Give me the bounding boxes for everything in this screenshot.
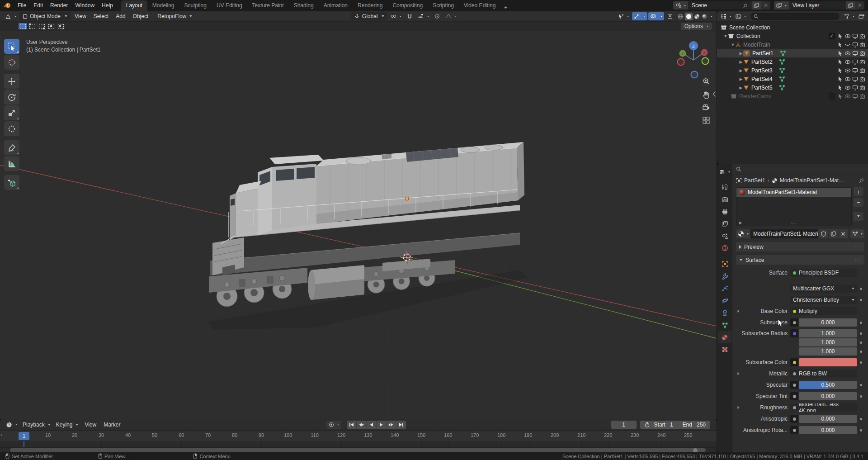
snap-target-dropdown[interactable] (415, 12, 431, 20)
menu-edit[interactable]: Edit (30, 0, 47, 11)
select-mode-set-button[interactable] (19, 23, 27, 29)
material-slot-list[interactable]: ModelTrainPartSet1-Material ▶ :::: (736, 187, 852, 226)
base-color-expand-icon[interactable] (736, 309, 741, 313)
select-mode-invert-button[interactable] (47, 23, 56, 29)
pan-hand-icon[interactable] (702, 90, 711, 100)
proportional-falloff-dropdown[interactable] (443, 12, 459, 20)
subsurface-socket[interactable] (790, 318, 798, 327)
outliner-row-collection[interactable]: ▼ Collection ✓ (717, 32, 868, 40)
partset5-selectable-icon[interactable] (837, 85, 843, 90)
menu-render[interactable]: Render (47, 0, 71, 11)
props-tab-scene[interactable] (718, 230, 731, 242)
scene-browse-button[interactable] (673, 1, 688, 9)
outliner-search-input[interactable] (750, 13, 840, 20)
modeltrain-expand-icon[interactable]: ▼ (731, 43, 735, 47)
material-slot-item[interactable]: ModelTrainPartSet1-Material (736, 188, 851, 197)
tab-animation[interactable]: Animation (319, 0, 353, 11)
collection-expand-icon[interactable]: ▼ (723, 34, 728, 38)
partset2-selectable-icon[interactable] (837, 59, 843, 65)
props-tab-render[interactable] (718, 193, 731, 205)
tab-shading[interactable]: Shading (289, 0, 319, 11)
anisotropic-slider[interactable]: 0.000 (799, 415, 857, 423)
base-color-link-field[interactable]: Multiply (790, 307, 857, 315)
anisotropic-rotation-socket[interactable] (790, 426, 798, 434)
transform-orientation-dropdown[interactable]: Global (351, 12, 388, 20)
proportional-editing-button[interactable] (432, 12, 442, 20)
menu-file[interactable]: File (14, 0, 30, 11)
partset3-expand-icon[interactable]: ▶ (739, 68, 743, 73)
select-mode-intersect-button[interactable] (57, 23, 65, 29)
modeltrain-hide-icon[interactable] (844, 42, 851, 47)
tool-rotate[interactable] (4, 90, 19, 104)
next-keyframe-button[interactable] (387, 421, 396, 429)
material-specials-menu[interactable] (854, 212, 863, 221)
sidebar-collapse-chevron[interactable] (712, 91, 716, 97)
navigation-gizmo[interactable]: Z Y X (675, 41, 712, 79)
subsurface-method-dropdown[interactable]: Christensen-Burley (790, 296, 857, 304)
collection-checkbox[interactable]: ✓ (829, 33, 835, 39)
radius-y-slider[interactable]: 1.000 (799, 338, 857, 346)
partset1-viewport-icon[interactable] (852, 51, 858, 56)
timeline-scrollbar-knob[interactable] (693, 448, 698, 452)
tab-video-editing[interactable]: Video Editing (459, 0, 501, 11)
slot-list-grip[interactable]: :::: (791, 220, 797, 225)
partset4-render-icon[interactable] (859, 76, 865, 82)
tab-scripting[interactable]: Scripting (428, 0, 459, 11)
search-icon[interactable] (736, 166, 741, 172)
tool-move[interactable] (4, 74, 19, 89)
tool-measure[interactable] (4, 156, 19, 171)
props-tab-material[interactable] (718, 331, 731, 343)
unlink-material-button[interactable] (838, 229, 848, 238)
partset5-hide-icon[interactable] (844, 85, 851, 90)
properties-editor-type-button[interactable] (718, 166, 731, 178)
pivot-point-dropdown[interactable] (388, 12, 404, 20)
metallic-expand-icon[interactable] (736, 372, 741, 375)
add-workspace-button[interactable]: + (500, 5, 511, 11)
shading-wireframe-button[interactable] (677, 13, 684, 20)
prev-keyframe-button[interactable] (357, 421, 367, 429)
subsurface-color-socket[interactable] (790, 358, 798, 366)
anisotropic-rotation-slider[interactable]: 0.000 (799, 426, 857, 434)
tool-cursor[interactable] (4, 55, 19, 70)
new-collection-button[interactable] (857, 12, 866, 20)
browse-material-button[interactable] (736, 229, 750, 238)
modeltrain-viewport-icon[interactable] (852, 42, 858, 47)
partset4-viewport-icon[interactable] (852, 76, 858, 82)
frame-end-field[interactable]: End250 (678, 421, 710, 429)
preview-section-header[interactable]: Preview:::: (736, 242, 864, 251)
tab-layout[interactable]: Layout (121, 0, 147, 11)
specular-tint-slider[interactable]: 0.000 (799, 392, 857, 400)
collection-render-icon[interactable] (859, 33, 865, 39)
view-layer-browse-button[interactable] (774, 1, 789, 9)
timeline-menu-marker[interactable]: Marker (100, 420, 123, 430)
outliner-row-partset4[interactable]: ▶ PartSet4 (717, 75, 868, 83)
tool-transform[interactable] (4, 121, 19, 136)
tab-rendering[interactable]: Rendering (353, 0, 387, 11)
metallic-link-field[interactable]: RGB to BW (790, 370, 857, 378)
partset5-expand-icon[interactable]: ▶ (739, 85, 743, 90)
copy-material-button[interactable] (828, 229, 838, 238)
remove-material-slot-button[interactable]: − (854, 198, 863, 207)
roughness-expand-icon[interactable] (736, 406, 741, 409)
show-overlays-toggle[interactable] (648, 12, 664, 20)
partset2-expand-icon[interactable]: ▶ (739, 60, 743, 64)
outliner-row-partset2[interactable]: ▶ PartSet2 (717, 57, 868, 66)
subsurface-radius-socket[interactable] (790, 329, 798, 337)
props-tab-particles[interactable] (718, 282, 731, 294)
pin-icon[interactable] (743, 3, 748, 8)
slot-list-expand-icon[interactable]: ▶ (739, 221, 742, 225)
play-reverse-button[interactable] (367, 421, 377, 429)
collection-selectable-icon[interactable] (837, 33, 843, 39)
show-gizmo-toggle[interactable] (632, 12, 647, 20)
viewport-canvas[interactable]: User Perspective (1) Scene Collection | … (0, 31, 717, 420)
toggle-ortho-icon[interactable] (702, 116, 711, 125)
scene-unlink-button[interactable]: ✕ (761, 1, 770, 9)
props-tab-texture[interactable] (718, 343, 731, 356)
props-tab-modifiers[interactable] (718, 270, 731, 282)
playhead-frame-badge[interactable]: 1 (19, 432, 29, 440)
tool-select-box[interactable] (4, 39, 19, 54)
tab-compositing[interactable]: Compositing (387, 0, 428, 11)
modeltrain-selectable-icon[interactable] (837, 42, 843, 47)
partset2-hide-icon[interactable] (844, 59, 851, 65)
editor-type-button[interactable] (3, 12, 19, 20)
